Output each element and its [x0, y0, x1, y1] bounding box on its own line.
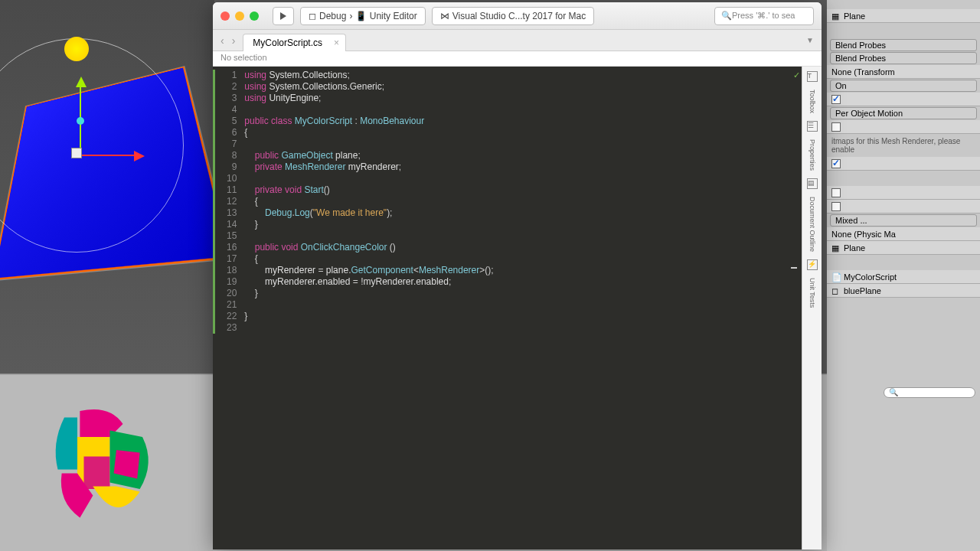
scene-view[interactable] [0, 0, 214, 375]
inspector-checkbox-row[interactable] [827, 186, 980, 200]
watermark-logo [38, 398, 168, 528]
svg-rect-0 [84, 457, 110, 490]
y-axis-arrow[interactable] [76, 77, 87, 87]
inspector-label: Mixed ... [835, 216, 867, 225]
inspector-label: bluePlane [844, 286, 881, 295]
inspector-label: Per Object Motion [835, 109, 903, 118]
inspector-checkbox-row[interactable] [827, 157, 980, 171]
file-tab[interactable]: MyColorScript.cs × [243, 34, 346, 51]
config-label: Debug [319, 11, 346, 21]
light-icon[interactable] [64, 37, 89, 61]
inspector-help-text: itmaps for this Mesh Renderer, please en… [827, 134, 980, 157]
inspector-checkbox-row[interactable] [827, 120, 980, 134]
inspector-field-plane[interactable]: ▦Plane [827, 9, 980, 23]
outline-tab[interactable]: Document Outline [808, 194, 816, 255]
app-title: ⋈ Visual Studio C...ty 2017 for Mac [432, 7, 595, 25]
tab-overflow-icon[interactable]: ▼ [806, 36, 814, 44]
x-axis-line[interactable] [80, 155, 134, 156]
z-axis-handle[interactable] [77, 117, 84, 125]
checkbox-icon[interactable] [831, 188, 841, 197]
script-icon: 📄 [831, 272, 841, 282]
line-gutter: 1234567891011121314151617181920212223 [213, 67, 244, 549]
inspector-dropdown[interactable]: Per Object Motion [830, 107, 977, 119]
gizmo-center[interactable] [71, 148, 82, 158]
inspector-field[interactable]: ▦Plane [827, 241, 980, 255]
window-controls [220, 11, 259, 21]
visual-studio-window: ◻ Debug › 📱 Unity Editor ⋈ Visual Studio… [213, 2, 822, 549]
inspector-search[interactable]: 🔍 [884, 387, 975, 398]
inspector-label: Blend Probes [835, 41, 886, 50]
mesh-icon: ▦ [831, 11, 841, 21]
checkbox-icon[interactable] [831, 122, 841, 132]
x-axis-arrow[interactable] [134, 151, 145, 161]
code-editor[interactable]: ✓ 1234567891011121314151617181920212223 … [213, 67, 802, 549]
unit-tests-tab[interactable]: Unit Tests [808, 275, 816, 311]
inspector-label: MyColorScript [844, 272, 897, 282]
inspector-label: On [835, 81, 847, 90]
inspector-label: None (Physic Ma [831, 230, 896, 239]
breadcrumb[interactable]: No selection [213, 51, 822, 67]
inspector-dropdown[interactable]: Blend Probes [830, 52, 977, 64]
titlebar[interactable]: ◻ Debug › 📱 Unity Editor ⋈ Visual Studio… [213, 2, 822, 30]
checkbox-icon[interactable] [831, 95, 841, 104]
app-title-label: Visual Studio C...ty 2017 for Mac [452, 11, 586, 21]
editor-area: ✓ 1234567891011121314151617181920212223 … [213, 67, 822, 549]
global-search[interactable]: 🔍 Press '⌘.' to sea [714, 7, 814, 25]
inspector-label: Blend Probes [835, 54, 886, 63]
scroll-marker [791, 267, 797, 269]
inspector-dropdown[interactable]: Mixed ... [830, 214, 977, 227]
tool-sidebar: T Toolbox ☰ Properties ▤ Document Outlin… [802, 67, 822, 549]
inspector-object-field[interactable]: ◻bluePlane [827, 284, 980, 298]
inspector-label: Plane [844, 11, 865, 21]
inspector-checkbox-row[interactable] [827, 93, 980, 106]
run-button[interactable] [273, 7, 294, 25]
properties-tab[interactable]: Properties [808, 136, 816, 174]
close-tab-icon[interactable]: × [334, 37, 339, 48]
change-indicator [213, 70, 215, 334]
tests-icon[interactable]: ⚡ [807, 259, 818, 270]
inspector-field[interactable]: None (Transform [827, 65, 980, 79]
minimize-icon[interactable] [235, 11, 244, 21]
code-content[interactable]: using System.Collections; using System.C… [244, 67, 493, 549]
inspector-label: Plane [844, 243, 865, 253]
inspector-label: None (Transform [831, 67, 895, 77]
outline-icon[interactable]: ▤ [807, 178, 818, 189]
inspector-script-field[interactable]: 📄MyColorScript [827, 270, 980, 284]
toolbox-tab[interactable]: Toolbox [808, 86, 816, 116]
tab-bar: ‹ › MyColorScript.cs × ▼ [213, 30, 822, 51]
gameobject-icon: ◻ [831, 286, 841, 295]
close-icon[interactable] [220, 11, 230, 21]
status-indicator-icon: ✓ [793, 70, 800, 81]
inspector-checkbox-row[interactable] [827, 200, 980, 214]
tab-label: MyColorScript.cs [253, 37, 322, 48]
checkbox-icon[interactable] [831, 202, 841, 211]
inspector-field[interactable]: None (Physic Ma [827, 227, 980, 241]
unity-inspector: ▦Plane Blend Probes Blend Probes None (T… [827, 0, 980, 551]
target-label: Unity Editor [370, 11, 417, 21]
search-placeholder: Press '⌘.' to sea [732, 11, 795, 21]
inspector-dropdown[interactable]: Blend Probes [830, 39, 977, 51]
nav-forward-icon[interactable]: › [232, 34, 236, 47]
mesh-icon: ▦ [831, 243, 841, 253]
nav-back-icon[interactable]: ‹ [220, 34, 224, 47]
properties-icon[interactable]: ☰ [807, 121, 818, 132]
checkbox-icon[interactable] [831, 159, 841, 168]
config-selector[interactable]: ◻ Debug › 📱 Unity Editor [300, 7, 426, 25]
inspector-dropdown[interactable]: On [830, 80, 977, 92]
maximize-icon[interactable] [250, 11, 259, 21]
toolbox-icon[interactable]: T [807, 71, 818, 82]
